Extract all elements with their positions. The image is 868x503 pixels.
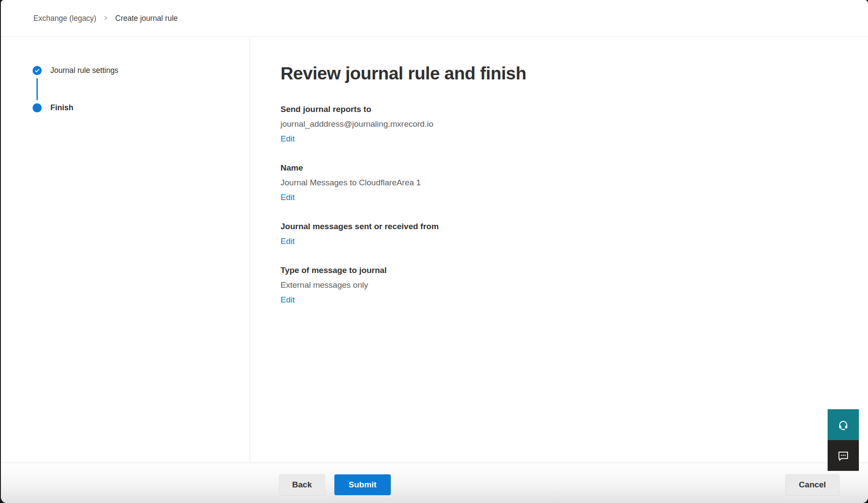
wizard-step-finish[interactable]: Finish [33, 103, 250, 112]
wizard-step-label: Finish [50, 103, 73, 112]
headset-icon [837, 419, 849, 431]
section-label: Send journal reports to [281, 102, 851, 117]
edit-link[interactable]: Edit [281, 132, 295, 146]
review-section: Journal messages sent or received fromEd… [281, 219, 851, 249]
chat-icon [837, 450, 849, 462]
feedback-button[interactable] [828, 440, 859, 471]
step-connector-line [36, 78, 38, 100]
review-sections: Send journal reports tojournal_adddress@… [281, 102, 851, 307]
section-value: External messages only [281, 278, 851, 293]
wizard-step-label: Journal rule settings [50, 66, 119, 75]
section-label: Type of message to journal [281, 263, 851, 278]
content-area: Journal rule settings Finish Review jour… [1, 37, 868, 463]
section-label: Journal messages sent or received from [281, 219, 851, 234]
back-button[interactable]: Back [279, 474, 325, 495]
review-section: Send journal reports tojournal_adddress@… [281, 102, 851, 146]
wizard-step-journal-rule-settings[interactable]: Journal rule settings [33, 66, 250, 75]
breadcrumb-exchange-legacy[interactable]: Exchange (legacy) [33, 14, 96, 23]
help-button[interactable] [828, 409, 859, 440]
chevron-right-icon: > [104, 14, 107, 22]
section-label: Name [281, 161, 851, 175]
app-window: Exchange (legacy) > Create journal rule … [1, 0, 868, 503]
submit-button[interactable]: Submit [334, 474, 391, 495]
footer-bar: Back Submit Cancel [1, 463, 868, 503]
step-completed-check-icon [33, 66, 42, 75]
cancel-button[interactable]: Cancel [785, 474, 839, 495]
section-value: journal_adddress@journaling.mxrecord.io [281, 117, 851, 132]
section-value: Journal Messages to CloudflareArea 1 [281, 175, 851, 190]
step-current-dot-icon [33, 103, 42, 112]
page-title: Review journal rule and finish [281, 63, 851, 84]
review-section: NameJournal Messages to CloudflareArea 1… [281, 161, 851, 205]
review-section: Type of message to journalExternal messa… [281, 263, 851, 307]
edit-link[interactable]: Edit [281, 190, 295, 205]
edit-link[interactable]: Edit [281, 293, 295, 307]
breadcrumb: Exchange (legacy) > Create journal rule [1, 0, 868, 37]
breadcrumb-current-page: Create journal rule [115, 14, 178, 23]
floating-side-buttons [828, 409, 859, 471]
edit-link[interactable]: Edit [281, 234, 295, 249]
review-pane: Review journal rule and finish Send jour… [250, 37, 868, 463]
wizard-steps-sidebar: Journal rule settings Finish [1, 37, 250, 463]
